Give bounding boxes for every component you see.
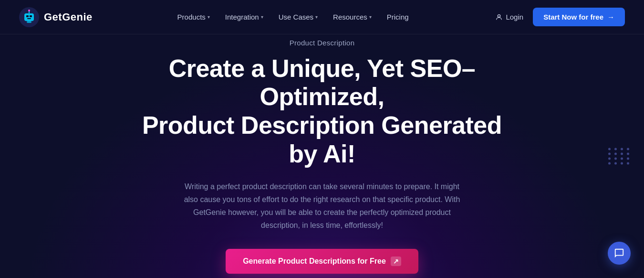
svg-rect-3	[30, 15, 32, 17]
svg-point-8	[498, 14, 500, 17]
navbar: GetGenie Products ▾ Integration ▾ Use Ca…	[0, 0, 644, 34]
logo-icon	[19, 7, 39, 27]
chevron-down-icon: ▾	[261, 14, 263, 20]
nav-item-pricing[interactable]: Pricing	[380, 9, 415, 25]
chat-icon	[614, 248, 624, 258]
hero-section: Product Description Create a Unique, Yet…	[0, 34, 644, 278]
chevron-down-icon: ▾	[369, 14, 372, 20]
hero-title: Create a Unique, Yet SEO–Optimized, Prod…	[131, 54, 513, 169]
dots-decoration	[608, 148, 631, 165]
nav-item-usecases[interactable]: Use Cases ▾	[272, 9, 324, 25]
svg-point-6	[28, 10, 30, 11]
chevron-down-icon: ▾	[315, 14, 318, 20]
nav-menu: Products ▾ Integration ▾ Use Cases ▾ Res…	[171, 9, 415, 25]
external-link-icon: ↗	[391, 257, 401, 266]
svg-rect-2	[26, 15, 29, 17]
user-icon	[495, 13, 503, 21]
nav-link-usecases[interactable]: Use Cases ▾	[272, 9, 324, 25]
generate-cta-button[interactable]: Generate Product Descriptions for Free ↗	[226, 249, 418, 274]
nav-link-integration[interactable]: Integration ▾	[218, 9, 270, 25]
nav-link-products[interactable]: Products ▾	[171, 9, 217, 25]
login-button[interactable]: Login	[493, 9, 525, 25]
svg-rect-4	[27, 18, 31, 19]
chat-bubble-button[interactable]	[608, 242, 631, 265]
nav-actions: Login Start Now for free →	[493, 8, 625, 26]
start-now-button[interactable]: Start Now for free →	[533, 8, 625, 26]
nav-item-resources[interactable]: Resources ▾	[326, 9, 378, 25]
nav-item-products[interactable]: Products ▾	[171, 9, 217, 25]
nav-link-resources[interactable]: Resources ▾	[326, 9, 378, 25]
nav-link-pricing[interactable]: Pricing	[380, 9, 415, 25]
arrow-icon: →	[607, 13, 614, 21]
logo-text: GetGenie	[44, 11, 93, 23]
chevron-down-icon: ▾	[208, 14, 210, 20]
hero-subtitle: Product Description	[290, 39, 355, 47]
svg-rect-7	[27, 21, 31, 23]
logo-link[interactable]: GetGenie	[19, 7, 93, 27]
nav-item-integration[interactable]: Integration ▾	[218, 9, 270, 25]
hero-description: Writing a perfect product description ca…	[179, 180, 465, 232]
svg-rect-1	[24, 13, 34, 21]
